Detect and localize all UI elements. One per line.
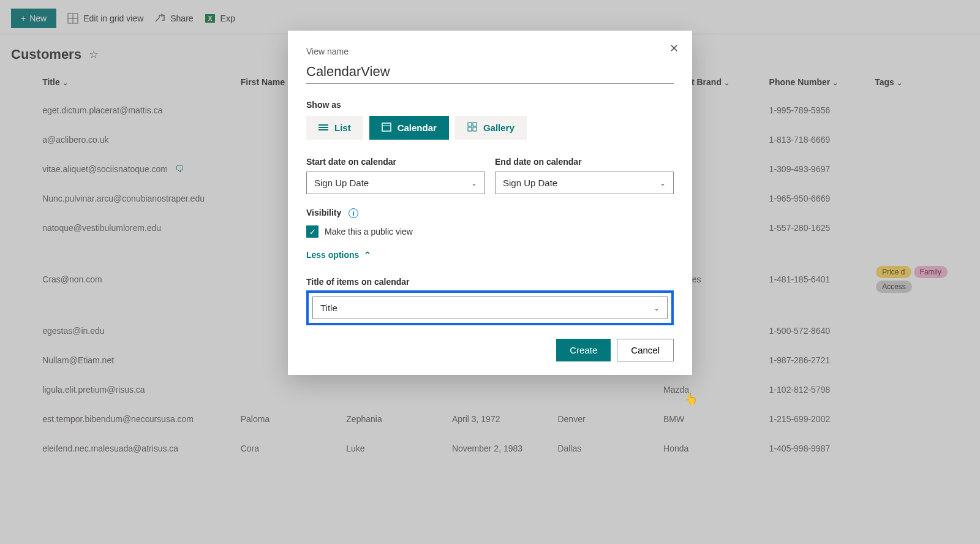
svg-rect-13 [473,127,477,131]
public-view-checkbox[interactable]: ✓ [306,225,318,238]
chevron-up-icon: ⌃ [364,250,371,260]
show-as-calendar[interactable]: Calendar [369,116,449,140]
public-view-label: Make this a public view [325,227,413,236]
title-items-label: Title of items on calendar [306,277,674,287]
start-date-label: Start date on calendar [306,157,485,167]
end-date-dropdown[interactable]: Sign Up Date ⌄ [495,172,674,194]
view-name-input[interactable] [306,60,674,84]
less-options-toggle[interactable]: Less options ⌃ [306,250,371,260]
chevron-down-icon: ⌄ [471,179,477,187]
show-as-gallery[interactable]: Gallery [455,116,527,140]
end-date-label: End date on calendar [495,157,674,167]
visibility-label: Visibility [306,208,341,217]
show-as-label: Show as [306,100,674,110]
view-name-label: View name [306,47,674,56]
list-icon [318,123,328,133]
close-button[interactable]: ✕ [669,42,679,55]
svg-rect-12 [468,127,472,131]
gallery-icon [467,122,477,134]
cancel-button[interactable]: Cancel [617,339,674,361]
show-as-list[interactable]: List [306,116,363,140]
create-view-dialog: ✕ View name Show as List Calendar Galler… [288,31,692,375]
chevron-down-icon: ⌄ [660,179,666,187]
title-items-dropdown[interactable]: Title ⌄ [312,297,668,319]
modal-overlay: ✕ View name Show as List Calendar Galler… [0,0,980,544]
svg-rect-11 [473,123,477,126]
show-as-group: List Calendar Gallery [306,116,674,140]
title-items-focus: Title ⌄ [306,290,674,325]
create-button[interactable]: Create [556,339,611,361]
start-date-dropdown[interactable]: Sign Up Date ⌄ [306,172,485,194]
info-icon[interactable]: i [349,208,358,218]
calendar-icon [382,122,391,134]
svg-rect-10 [468,123,472,126]
svg-rect-8 [382,123,391,131]
chevron-down-icon: ⌄ [654,304,660,312]
cursor-icon: 👆 [684,392,698,406]
